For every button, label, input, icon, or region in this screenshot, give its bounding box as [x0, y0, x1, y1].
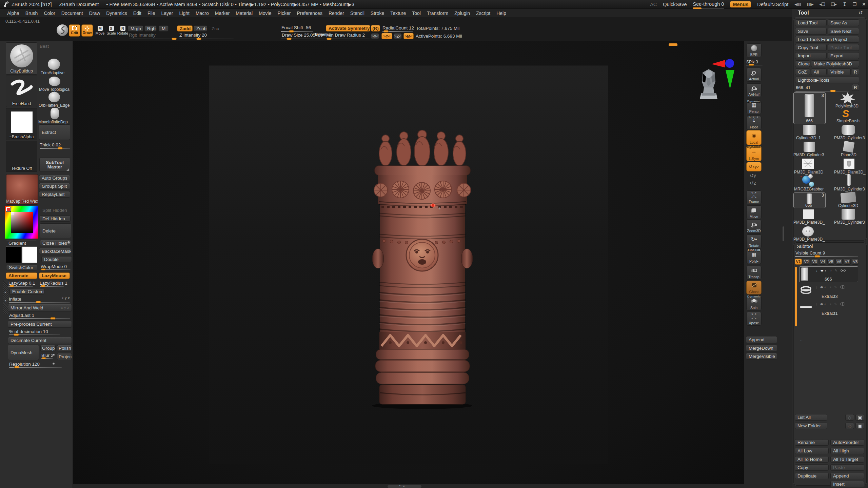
canvas-bottom-scrollbar[interactable]: ▴ ▾ — [73, 484, 744, 488]
scroll-down-icon[interactable]: ▾ — [403, 485, 405, 488]
focal-shift-handle[interactable] — [289, 30, 294, 33]
tool-item-666-duplicate[interactable]: 3 666 — [793, 192, 826, 208]
moveinfinite-thumbnail[interactable] — [51, 108, 59, 119]
subtool-scroll-indicator[interactable] — [795, 267, 797, 326]
menu-brush[interactable]: Brush — [22, 10, 41, 17]
paint-icon[interactable]: ●● — [820, 302, 822, 306]
menu-zplugin[interactable]: Zplugin — [451, 10, 473, 17]
material-slot[interactable]: MatCap Red Wax — [6, 174, 38, 205]
tool-666-r-button[interactable]: R — [852, 84, 859, 91]
tool-item-pm3d-plane3d-face[interactable]: PM3D_Plane3D_ — [793, 226, 827, 243]
brush-trimadaptive[interactable]: TrimAdaptive — [41, 70, 64, 75]
contrast2-icon[interactable]: ◑ — [829, 285, 832, 289]
color-picker-swatch[interactable] — [6, 207, 11, 211]
auto-groups-button[interactable]: Auto Groups — [39, 175, 70, 181]
brush-freehand[interactable]: FreeHand — [6, 76, 37, 107]
bpr-render-button[interactable]: BPR — [746, 43, 762, 57]
menu-preferences[interactable]: Preferences — [294, 10, 325, 17]
polypaint-arrow-icon[interactable]: ↓ — [815, 285, 817, 289]
tray-collapse-right-icon[interactable]: ‖‖‖▸ — [807, 2, 813, 7]
ac-toggle[interactable]: AC — [650, 2, 657, 7]
tray-collapse-left-icon[interactable]: ◂‖‖‖ — [794, 2, 801, 7]
adjust-last-handle[interactable] — [50, 317, 56, 320]
draw-button[interactable]: -¦- Draw — [81, 24, 93, 37]
load-tools-from-project-button[interactable]: Load Tools From Project — [795, 36, 859, 43]
alpha-slot[interactable]: ~BrushAlpha — [6, 108, 37, 140]
save-button[interactable]: Save — [795, 28, 827, 35]
menu-stroke[interactable]: Stroke — [368, 10, 387, 17]
radial-symmetry-button[interactable]: (R) — [371, 25, 380, 32]
floor-button[interactable]: x y z ↧ Floor — [746, 116, 762, 130]
min-draw-radius-handle[interactable] — [327, 38, 332, 40]
zoom3d-button[interactable]: Zoom3D — [746, 220, 762, 233]
spix-slider[interactable]: SPix 3 — [746, 59, 763, 64]
quicksave-button[interactable]: QuickSave — [663, 2, 687, 7]
tool-666-track[interactable] — [795, 91, 849, 92]
lazy-step-handle[interactable] — [9, 285, 14, 287]
color-picker[interactable] — [5, 206, 38, 239]
m-button[interactable]: M — [159, 25, 169, 32]
brush-move-infinite[interactable]: MoveInfiniteDep — [38, 120, 68, 124]
folder-add-icon[interactable]: ▣ — [855, 414, 864, 421]
frame-button[interactable]: ↖ ↗•↙ ↘ Frame — [746, 190, 762, 204]
list-all-aux-icon[interactable]: ◇ — [845, 414, 854, 421]
subtool-tab-v1[interactable]: V1 — [795, 259, 802, 265]
merge-visible-button[interactable]: MergeVisible — [746, 353, 777, 360]
tool-item-pm3d-plane3d-nose[interactable]: PM3D_Plane3D_ — [834, 159, 868, 175]
focal-shift-track[interactable] — [281, 31, 313, 32]
paint-icon[interactable]: ●● — [820, 285, 822, 289]
del-hidden-button[interactable]: Del Hidden — [40, 216, 71, 222]
lsym-button[interactable]: Dynamic ↔ L.Sym — [746, 146, 762, 161]
menu-file[interactable]: File — [144, 10, 158, 17]
append-shelf-button[interactable]: Append — [746, 336, 777, 343]
brush-move-topological[interactable]: Move Topologica — [39, 87, 70, 92]
sym-x-button[interactable]: >X< — [371, 33, 379, 39]
polypaint-arrow-icon[interactable]: ↓ — [816, 268, 818, 272]
mirror-and-weld-button[interactable]: Mirror And Weld x y z — [8, 304, 72, 311]
clone-button[interactable]: Clone — [795, 60, 810, 67]
subtool-tab-v5[interactable]: V5 — [827, 259, 834, 265]
thick-handle[interactable] — [58, 147, 63, 149]
goz-all-button[interactable]: All — [811, 68, 827, 75]
export-button[interactable]: Export — [828, 52, 859, 59]
movetopological-thumbnail[interactable] — [49, 77, 60, 86]
contrast-icon[interactable]: ◐ — [824, 285, 827, 289]
close-holes-button[interactable]: Close Holes — [40, 240, 71, 246]
rgb-intensity-handle[interactable] — [172, 38, 177, 40]
sculpt-brush-icon[interactable]: ✎ — [834, 268, 837, 273]
palette-reset-icon[interactable]: ↺ — [859, 10, 863, 16]
menu-picker[interactable]: Picker — [275, 10, 294, 17]
tool-palette-title[interactable]: Tool — [798, 10, 809, 16]
axis-orientation-gizmo[interactable] — [709, 59, 741, 101]
goz-r-button[interactable]: R — [852, 68, 859, 75]
menu-render[interactable]: Render — [326, 10, 347, 17]
extract-button[interactable]: Extract — [39, 124, 70, 140]
subtool-tab-v2[interactable]: V2 — [803, 259, 810, 265]
all-low-button[interactable]: All Low — [795, 448, 829, 454]
visibility-eye-icon[interactable] — [841, 269, 846, 272]
right-tray-scrollbar[interactable] — [783, 226, 784, 241]
viewport-canvas[interactable] — [73, 41, 744, 484]
tool-item-simplebrush[interactable]: S SimpleBrush — [834, 109, 861, 123]
list-all-button[interactable]: List All — [795, 414, 827, 421]
gradient-button[interactable]: Gradient — [6, 240, 37, 246]
tool-item-polymesh3d[interactable]: PolyMesh3D — [834, 92, 861, 108]
polyframe-button[interactable]: Line Fill ▦ PolyF — [746, 249, 762, 264]
goz-button[interactable]: GoZ — [795, 68, 810, 75]
lazy-mouse-button[interactable]: LazyMouse — [39, 272, 70, 279]
actual-size-button[interactable]: Actual — [746, 68, 762, 82]
folder-icon[interactable]: ▣ — [855, 423, 864, 429]
contrast2-icon[interactable]: ◑ — [829, 302, 832, 306]
move-canvas-button[interactable]: Move — [746, 205, 762, 219]
alternate-button[interactable]: Alternate — [6, 272, 37, 279]
activate-symmetry-button[interactable]: Activate Symmetry — [326, 25, 370, 32]
zcut-button[interactable]: Zcut — [209, 25, 220, 32]
best-label[interactable]: Best — [40, 44, 49, 49]
zsub-button[interactable]: Zsub — [194, 25, 207, 32]
double-button[interactable]: Double — [41, 256, 72, 262]
zadd-button[interactable]: Zadd — [177, 25, 193, 32]
split-hidden-button[interactable]: Split Hidden — [40, 207, 71, 213]
subtool-item-666[interactable]: ↓ ●● ◐ ◑ ✎ 666 — [799, 266, 858, 282]
lazy-radius-handle[interactable] — [41, 285, 45, 287]
save-as-button[interactable]: Save As — [828, 19, 859, 26]
